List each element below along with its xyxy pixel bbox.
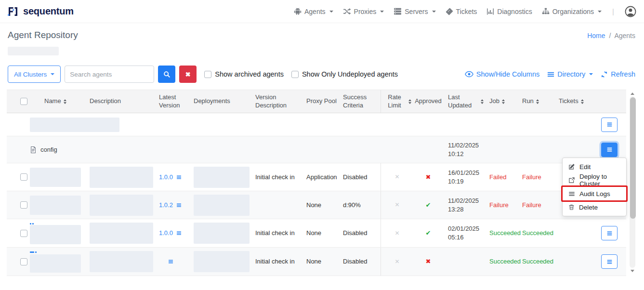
search-icon [163,71,171,78]
header-deployments[interactable]: Deployments [192,90,253,113]
header-tickets[interactable]: Tickets [553,90,599,113]
success-criteria-cell: Disabled [341,219,381,247]
scrollbar-thumb[interactable] [630,97,636,219]
proxy-pool-cell: None [304,248,341,276]
job-status[interactable]: Succeeded [486,248,518,276]
header-rate-limit[interactable]: Rate Limit [381,90,413,113]
success-criteria-cell: Disabled [341,163,381,191]
header-proxy-pool[interactable]: Proxy Pool [304,90,341,113]
cluster-filter-dropdown[interactable]: All Clusters [8,66,61,83]
chevron-down-icon [598,11,602,13]
nav-organizations[interactable]: Organizations [542,8,602,15]
page-header: Agent Repository Home / Agents [0,23,644,40]
nav-servers[interactable]: Servers [394,7,435,15]
show-undeployed-checkbox[interactable] [291,71,299,78]
header-name[interactable]: Name [26,90,88,113]
version-menu-icon[interactable] [176,230,182,236]
nav-proxies[interactable]: Proxies [343,7,384,15]
server-icon [394,7,402,15]
list-icon [547,71,554,78]
row-actions-button[interactable] [601,226,618,240]
table-row[interactable]: 1.0.0 Initial check in Application Disab… [7,163,626,191]
table-row[interactable]: 1.0.2 None d:90% ✕ ✔ 11/02/202513:28 Fai… [7,191,626,219]
breadcrumb-home-link[interactable]: Home [587,32,605,40]
header-version-description[interactable]: Version Description [253,90,304,113]
menu-item-delete-label: Delete [579,204,598,211]
user-avatar[interactable] [625,6,636,17]
version-link[interactable]: 1.0.0 [159,173,173,182]
trash-icon [568,204,575,211]
proxy-pool-cell: None [304,191,341,219]
table-row[interactable] [7,113,626,136]
header-latest-version[interactable]: Latest Version [155,90,192,113]
menu-item-edit[interactable]: Edit [563,160,626,173]
search-input[interactable] [65,66,154,83]
table-row[interactable]: 1.0.0 Initial check in None Disabled ✕ ✔… [7,219,626,248]
approved-icon: ✔ [426,229,431,237]
success-criteria-cell: d:90% [341,191,381,219]
proxy-pool-cell: None [304,219,341,247]
partial-name-link[interactable] [30,251,37,253]
chevron-down-icon [432,11,436,13]
redacted-description [90,195,153,216]
partial-name-link[interactable] [30,223,34,224]
nav-tickets[interactable]: Tickets [446,8,477,15]
row-actions-button-active[interactable] [601,143,618,157]
nav-diagnostics[interactable]: Diagnostics [486,8,532,15]
refresh-link[interactable]: Refresh [601,70,635,78]
version-link[interactable]: 1.0.0 [159,229,173,237]
show-archived-checkbox[interactable] [204,71,211,78]
row-actions-button[interactable] [601,118,618,132]
updated-time: 10:12 [448,150,464,158]
job-status[interactable]: Failure [486,191,518,219]
sort-icon [481,99,484,104]
run-status[interactable]: Failure [518,191,553,219]
version-menu-icon[interactable] [176,202,182,208]
run-status[interactable]: Succeeded [518,219,553,247]
updated-date: 11/02/2025 [448,197,479,205]
job-status[interactable]: Failed [486,163,518,191]
show-hide-columns-link[interactable]: Show/Hide Columns [465,70,539,79]
job-status[interactable]: Succeeded [486,219,518,247]
menu-item-deploy-to-cluster[interactable]: Deploy to Cluster [563,173,626,187]
last-updated-cell: 02/01/202505:16 [443,219,486,247]
hamburger-icon [606,259,613,265]
eye-icon [465,70,473,79]
header-success-criteria[interactable]: Success Criteria [341,90,381,113]
cluster-filter-label: All Clusters [14,71,47,78]
version-description-cell [253,191,304,219]
scrollbar-track[interactable] [630,96,635,268]
header-approved[interactable]: Approved [413,90,443,113]
directory-dropdown[interactable]: Directory [547,70,593,78]
table-row-config[interactable]: config 11/02/2025 10:12 [7,136,626,163]
clear-search-button[interactable]: ✖ [179,66,197,83]
brand[interactable]: sequentum [7,5,74,18]
scroll-up-arrow[interactable] [629,91,636,96]
version-description-cell: Initial check in [253,248,304,276]
version-menu-icon[interactable] [176,174,182,180]
scroll-down-arrow[interactable] [629,268,636,274]
table-row[interactable]: Initial check in None Disabled ✕ ✖ Succe… [7,248,626,276]
nav-servers-label: Servers [405,8,428,15]
header-job[interactable]: Job [486,90,518,113]
row-context-menu: Edit Deploy to Cluster Audit Logs Delete [562,158,627,216]
breadcrumb-current: Agents [614,32,635,40]
updated-date: 16/01/2025 [448,169,479,177]
menu-item-audit-logs[interactable]: Audit Logs [563,187,626,200]
row-actions-button[interactable] [601,254,618,269]
chevron-down-icon [589,73,593,75]
version-menu-icon[interactable] [168,259,174,264]
nav-agents[interactable]: Agents [294,8,333,15]
header-run[interactable]: Run [518,90,553,113]
config-file-name[interactable]: config [40,145,57,154]
search-button[interactable] [158,66,175,83]
run-status[interactable]: Succeeded [518,248,553,276]
version-link[interactable]: 1.0.2 [159,201,173,210]
header-description[interactable]: Description [88,90,155,113]
menu-item-delete[interactable]: Delete [563,200,626,214]
nav-organizations-label: Organizations [552,8,594,15]
run-status[interactable]: Failure [518,163,553,191]
select-all-header [7,90,26,113]
nav-separator: | [612,7,614,15]
header-last-updated[interactable]: Last Updated [443,90,486,113]
